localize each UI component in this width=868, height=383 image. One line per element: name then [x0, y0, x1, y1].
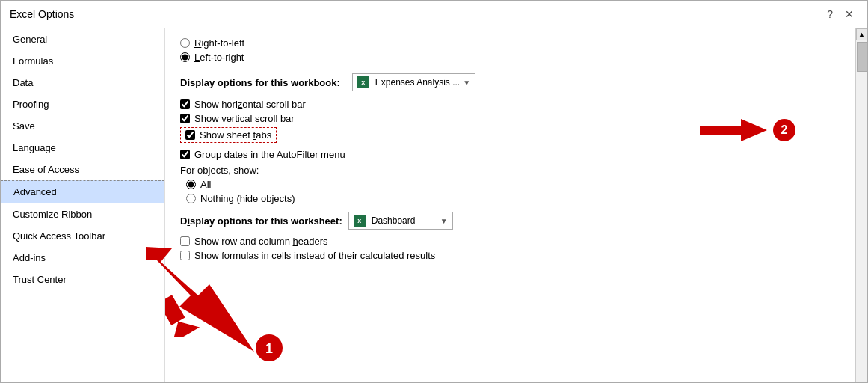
ltr-label-rest: eft-to-right	[200, 52, 244, 63]
sidebar-item-data[interactable]: Data	[1, 72, 164, 94]
dialog-titlebar: Excel Options ? ✕	[1, 1, 867, 28]
annotation-arrow-1	[165, 278, 285, 337]
display-worksheet-label: Display options for this worksheet:	[180, 215, 342, 227]
workbook-dropdown-arrow: ▼	[463, 79, 470, 87]
radio-all-label[interactable]: All	[200, 179, 211, 190]
checkbox-show-horizontal: Show horizontal scroll bar	[180, 99, 840, 110]
show-vertical-checkbox[interactable]	[180, 114, 190, 123]
worksheet-dropdown-label: Dashboard	[372, 215, 416, 226]
help-button[interactable]: ?	[822, 7, 837, 22]
rtl-label-rest: ight-to-left	[201, 37, 244, 49]
svg-marker-0	[165, 291, 200, 337]
worksheet-dropdown-arrow: ▼	[440, 217, 448, 225]
show-vertical-label[interactable]: Show vertical scroll bar	[194, 113, 295, 124]
sidebar-item-general[interactable]: General	[1, 28, 164, 50]
checkbox-group-dates: Group dates in the AutoFilter menu	[180, 149, 840, 160]
show-formulas-label[interactable]: Show formulas in cells instead of their …	[194, 250, 435, 261]
display-options-worksheet-row: Display options for this worksheet: x Da…	[180, 212, 840, 230]
sidebar-item-formulas[interactable]: Formulas	[1, 50, 164, 72]
radio-all-item: All	[186, 179, 840, 190]
radio-left-to-right-label[interactable]: Left-to-right	[194, 52, 244, 63]
arrow-1-svg	[165, 278, 285, 337]
worksheet-checkboxes: Show row and column headers Show formula…	[180, 236, 840, 261]
radio-all[interactable]	[186, 180, 196, 189]
scrollbar-up-arrow[interactable]: ▲	[856, 28, 867, 40]
show-horizontal-checkbox[interactable]	[180, 99, 190, 109]
sidebar-item-ease-of-access[interactable]: Ease of Access	[1, 159, 164, 180]
excel-icon-workbook: x	[357, 76, 369, 88]
main-content: Right-to-left Left-to-right Display opti…	[165, 28, 855, 382]
sidebar-item-customize-ribbon[interactable]: Customize Ribbon	[1, 203, 164, 225]
sidebar-item-advanced[interactable]: Advanced	[1, 180, 164, 203]
group-dates-label[interactable]: Group dates in the AutoFilter menu	[194, 149, 345, 160]
checkbox-show-formulas: Show formulas in cells instead of their …	[180, 250, 840, 261]
sidebar-item-language[interactable]: Language	[1, 137, 164, 159]
display-options-workbook-row: Display options for this workbook: x Exp…	[180, 73, 840, 91]
sidebar: GeneralFormulasDataProofingSaveLanguageE…	[1, 28, 165, 382]
workbook-checkboxes: Show horizontal scroll bar Show vertical…	[180, 99, 840, 160]
radio-nothing-item: Nothing (hide objects)	[186, 193, 840, 204]
group-dates-checkbox[interactable]	[180, 150, 190, 159]
show-row-col-checkbox[interactable]	[180, 236, 190, 246]
titlebar-controls: ? ✕	[822, 7, 858, 22]
excel-options-dialog: Excel Options ? ✕ GeneralFormulasDataPro…	[0, 0, 868, 383]
show-sheet-tabs-label[interactable]: Show sheet tabs	[200, 129, 271, 141]
radio-left-to-right-item: Left-to-right	[180, 52, 840, 63]
checkbox-show-vertical: Show vertical scroll bar	[180, 113, 840, 124]
show-row-col-label[interactable]: Show row and column headers	[194, 236, 328, 247]
excel-icon-worksheet: x	[354, 215, 366, 227]
sidebar-item-quick-access-toolbar[interactable]: Quick Access Toolbar	[1, 225, 164, 247]
checkbox-show-row-col: Show row and column headers	[180, 236, 840, 247]
worksheet-dropdown[interactable]: x Dashboard ▼	[348, 212, 453, 230]
sidebar-item-trust-center[interactable]: Trust Center	[1, 269, 164, 290]
for-objects-radios: All Nothing (hide objects)	[186, 179, 840, 204]
show-sheet-tabs-checkbox[interactable]	[185, 130, 195, 140]
radio-nothing[interactable]	[186, 194, 196, 203]
radio-nothing-label[interactable]: Nothing (hide objects)	[200, 193, 295, 204]
show-formulas-checkbox[interactable]	[180, 251, 190, 260]
for-objects-label: For objects, show:	[180, 165, 840, 176]
show-horizontal-label[interactable]: Show horizontal scroll bar	[194, 99, 306, 110]
workbook-dropdown-label: Expenses Analysis ...	[375, 77, 460, 88]
dialog-title: Excel Options	[10, 8, 74, 20]
radio-right-to-left[interactable]	[180, 38, 190, 48]
radio-right-to-left-item: Right-to-left	[180, 37, 840, 49]
radio-right-to-left-label[interactable]: Right-to-left	[194, 37, 244, 49]
workbook-dropdown[interactable]: x Expenses Analysis ... ▼	[352, 73, 475, 91]
dialog-body: GeneralFormulasDataProofingSaveLanguageE…	[1, 28, 867, 382]
sidebar-item-proofing[interactable]: Proofing	[1, 94, 164, 115]
text-direction-group: Right-to-left Left-to-right	[180, 37, 840, 63]
scrollbar: ▲	[855, 28, 867, 382]
checkbox-show-sheet-tabs-wrapper: Show sheet tabs	[180, 127, 277, 143]
close-button[interactable]: ✕	[840, 7, 858, 22]
display-options-label: Display options for this workbook:	[180, 77, 340, 88]
scrollbar-thumb[interactable]	[857, 42, 867, 72]
sidebar-item-save[interactable]: Save	[1, 115, 164, 137]
sidebar-item-add-ins[interactable]: Add-ins	[1, 247, 164, 269]
radio-left-to-right[interactable]	[180, 52, 190, 62]
